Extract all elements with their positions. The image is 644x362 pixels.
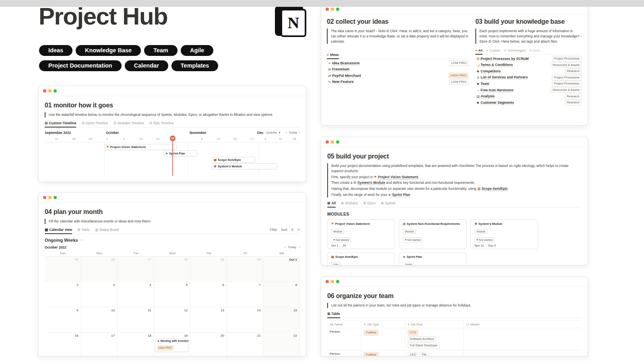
- day-cell[interactable]: 11: [118, 307, 154, 333]
- prev-month-button[interactable]: ‹: [284, 245, 285, 249]
- tab-custom-timeline[interactable]: ⊟Custom Timeline: [45, 121, 76, 125]
- page-link[interactable]: Sprint Plan: [392, 193, 410, 197]
- day-cell[interactable]: 4: [118, 282, 154, 307]
- idea-row[interactable]: ✦ Idea Brainstorm LOW PRIO: [327, 60, 469, 66]
- day-cell[interactable]: 30: [227, 257, 264, 282]
- day-cell[interactable]: 5: [154, 282, 191, 307]
- zoom-button[interactable]: [336, 280, 339, 283]
- day-cell[interactable]: 3: [81, 282, 118, 307]
- day-cell[interactable]: 9: [45, 307, 81, 333]
- minimize-button[interactable]: [331, 8, 334, 11]
- day-cell[interactable]: 25: [45, 257, 81, 282]
- tab-sprints[interactable]: ⊞Sprints: [381, 201, 396, 205]
- timeline-bar-systems-module[interactable]: ⚙ System's Module: [212, 163, 277, 169]
- idea-row[interactable]: ✎ New Feature LOW PRIO: [327, 79, 469, 85]
- pill-project-documentation[interactable]: Project Documentation: [39, 60, 122, 71]
- tab-calendar-view[interactable]: ▦Calendar view: [45, 228, 72, 232]
- tab-ideas[interactable]: ≡Ideas: [327, 53, 339, 57]
- day-cell-with-event[interactable]: 19 ☻ Meeting with Investor HIGH PRIO: [154, 333, 191, 356]
- pill-templates[interactable]: Templates: [171, 60, 219, 71]
- knowledge-row[interactable]: ☻ Team Project Procedures: [475, 81, 582, 87]
- pill-ideas[interactable]: Ideas: [39, 45, 72, 56]
- table-row[interactable]: Person Fulltime CTO Software Architect F…: [327, 328, 582, 350]
- minimize-button[interactable]: [48, 89, 52, 93]
- close-button[interactable]: [43, 89, 46, 93]
- pill-knowledge-base[interactable]: Knowledge Base: [76, 45, 141, 56]
- day-cell[interactable]: 20: [190, 333, 227, 356]
- today-button[interactable]: Today: [288, 245, 296, 249]
- day-cell[interactable]: 6: [190, 282, 227, 307]
- tab-table[interactable]: ⊞Table: [77, 228, 89, 232]
- day-cell[interactable]: 13: [190, 307, 227, 333]
- day-cell-oct-1[interactable]: Oct 1: [263, 257, 300, 282]
- tab-sprint-timeline[interactable]: ⊟Sprint Timeline: [81, 121, 108, 125]
- pill-agile[interactable]: Agile: [181, 45, 213, 56]
- tab-table[interactable]: ⊞Table: [327, 312, 340, 316]
- timeline-bar-sprint-plan[interactable]: ➤ Sprint Plan: [163, 150, 197, 156]
- tab-modules[interactable]: ⊞Modules: [341, 201, 358, 205]
- next-button[interactable]: ›: [299, 131, 300, 134]
- tab-custom[interactable]: ≡Custom: [487, 49, 500, 52]
- tab-technologies[interactable]: ≡Technologies: [504, 49, 526, 52]
- day-cell[interactable]: 8: [263, 282, 300, 307]
- zoom-button[interactable]: [336, 8, 339, 11]
- day-cell[interactable]: 22: [263, 333, 300, 356]
- day-cell[interactable]: 21: [227, 333, 264, 356]
- tab-all[interactable]: ⊞All: [327, 201, 336, 205]
- today-button[interactable]: Today: [289, 131, 297, 134]
- day-cell[interactable]: 2: [45, 282, 81, 307]
- minimize-button[interactable]: [331, 140, 334, 144]
- close-button[interactable]: [326, 140, 329, 144]
- knowledge-row[interactable]: ▫ Free Icon HeroIcons Resources & Assets: [475, 87, 582, 93]
- sort-button[interactable]: Sort: [281, 228, 287, 232]
- card-sprint-plan[interactable]: ➤Sprint Plan Sprint Not started Oct 23 →…: [399, 252, 466, 266]
- tab-status-board[interactable]: ▥Status Board: [95, 228, 119, 232]
- expand-icon[interactable]: ↗: [297, 228, 300, 232]
- pill-team[interactable]: Team: [144, 45, 178, 56]
- timeline-bar-scope-item[interactable]: ▦ Scope Item/Epic: [212, 157, 255, 163]
- day-cell[interactable]: 7: [227, 282, 264, 307]
- quarter-selector[interactable]: Quarter: [266, 131, 277, 134]
- tab-all[interactable]: ≡All: [475, 49, 483, 52]
- page-link[interactable]: Scope Item/Epic: [481, 187, 508, 191]
- close-button[interactable]: [43, 196, 46, 199]
- tab-epics[interactable]: ⊞Epics: [363, 201, 376, 205]
- filter-button[interactable]: Filter: [270, 228, 277, 232]
- day-cell[interactable]: 26: [81, 257, 118, 282]
- day-cell[interactable]: 12: [154, 307, 191, 333]
- idea-row[interactable]: ⇄ PayPal Merchant HIGH PRIO: [327, 72, 469, 79]
- card-scope-item[interactable]: ▦Scope Item/Epic Epic Not started Nov 14…: [327, 252, 395, 266]
- close-button[interactable]: [326, 8, 329, 11]
- day-cell[interactable]: 16: [45, 333, 81, 356]
- idea-row[interactable]: ✉ Freemium: [327, 66, 469, 73]
- knowledge-row[interactable]: ❏ Terms & Conditions Resources & Assets: [475, 62, 582, 68]
- page-link[interactable]: Project Vision Statement: [378, 175, 418, 179]
- card-project-vision[interactable]: ⚑Project Vision Statement Module Not sta…: [327, 219, 395, 249]
- day-cell[interactable]: 17: [81, 333, 118, 356]
- knowledge-row[interactable]: ☻ Customer Segments Research: [475, 99, 582, 106]
- zoom-button[interactable]: [54, 89, 57, 93]
- chevron-down-icon[interactable]: ▾: [279, 131, 280, 134]
- zoom-button[interactable]: [54, 196, 57, 199]
- pill-calendar[interactable]: Calendar: [125, 60, 168, 71]
- minimize-button[interactable]: [331, 280, 334, 283]
- day-cell[interactable]: 15: [263, 307, 300, 333]
- tab-epic-timeline[interactable]: ⊟Epic Timeline: [149, 121, 174, 125]
- tab-modules-timeline[interactable]: ⊟Modules Timeline: [114, 121, 144, 125]
- next-month-button[interactable]: ›: [299, 245, 300, 249]
- day-cell[interactable]: 29: [190, 257, 227, 282]
- timeline-bar-project-vision[interactable]: ⚑ Project Vision Statement: [104, 144, 177, 150]
- card-systems-module[interactable]: ⚙System's Module Module Not started Nov …: [471, 219, 538, 249]
- close-button[interactable]: [326, 280, 329, 283]
- knowledge-row[interactable]: ▥ Analysis Research: [475, 93, 582, 100]
- page-link[interactable]: System's Module: [357, 181, 385, 185]
- search-icon[interactable]: ⚲: [291, 228, 293, 232]
- knowledge-row[interactable]: ✪ Project Processes by SCRUM Project Pro…: [475, 56, 582, 62]
- day-cell[interactable]: 28: [154, 257, 191, 282]
- calendar-event-card[interactable]: ☻ Meeting with Investor HIGH PRIO: [155, 338, 189, 352]
- prev-button[interactable]: ‹: [286, 131, 287, 134]
- minimize-button[interactable]: [48, 196, 52, 199]
- day-cell[interactable]: 18: [118, 333, 154, 356]
- zoom-button[interactable]: [336, 140, 339, 144]
- table-row[interactable]: Person Fulltime CEO PM: [327, 350, 582, 356]
